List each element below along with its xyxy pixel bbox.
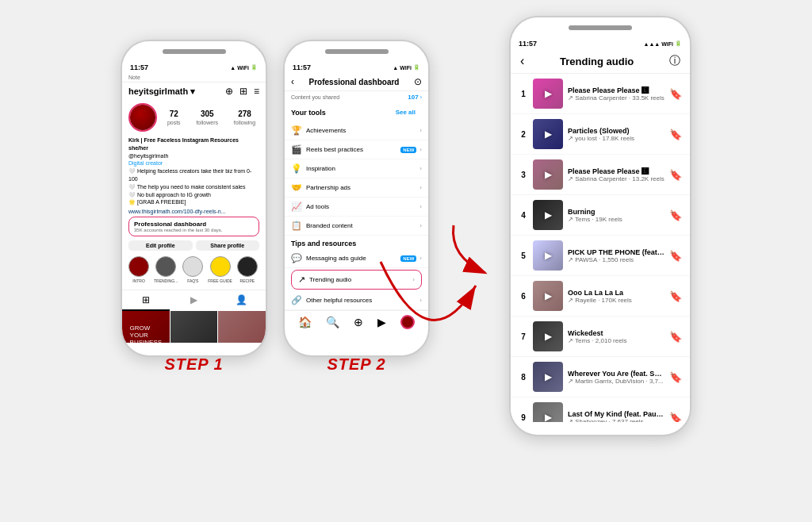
reels-nav-icon[interactable]: ▶ — [377, 316, 386, 328]
chevron-icon: › — [419, 184, 422, 191]
highlight-guide[interactable]: FREE GUIDE — [208, 256, 232, 283]
ig-website[interactable]: www.thisgirlmath.com/100-dfy-reels-n... — [122, 208, 266, 215]
tips-title: Tips and resources — [285, 236, 428, 249]
step1-label: STEP 1 — [164, 355, 223, 374]
trending-audio-item[interactable]: ↗ Trending audio › — [291, 270, 422, 290]
info-icon[interactable]: ⊙ — [414, 76, 422, 87]
bio-line4: 🌟 [GRAB A FREEBIE] — [128, 199, 186, 205]
bookmark-icon-6[interactable]: 🔖 — [669, 290, 682, 302]
reels-label: Reels best practices — [306, 146, 363, 153]
bookmark-icon-7[interactable]: 🔖 — [669, 331, 682, 343]
track-item-8[interactable]: 8 ▶ Wherever You Are (feat. Shaun... ↗ M… — [511, 357, 690, 397]
partnership-item[interactable]: 🤝 Partnership ads › — [285, 178, 428, 198]
ad-tools-icon: 📈 — [291, 202, 302, 212]
bookmark-icon-9[interactable]: 🔖 — [669, 412, 682, 423]
new-badge: NEW — [400, 147, 416, 153]
followers-stat: 305 followers — [196, 109, 218, 126]
track-item-9[interactable]: 9 ▶ Last Of My Kind (feat. Paul.... ↗ Sh… — [511, 397, 690, 422]
your-tools-label: Your tools — [291, 109, 326, 117]
grid-cell-1: GROWYOURBUSINESS — [122, 311, 170, 343]
inspiration-item[interactable]: 💡 Inspiration › — [285, 159, 428, 178]
see-all-btn[interactable]: See all — [389, 106, 422, 118]
bookmark-icon-8[interactable]: 🔖 — [669, 371, 682, 383]
arrow-container — [446, 217, 493, 281]
artist-4: ↗ Tems · 19K reels — [568, 216, 665, 223]
create-icon[interactable]: ⊕ — [354, 316, 363, 328]
grid-icon[interactable]: ⊞ — [122, 290, 170, 311]
track-item-6[interactable]: 6 ▶ Ooo La La La La ↗ Rayelle · 170K ree… — [511, 276, 690, 317]
bookmark-icon-5[interactable]: 🔖 — [669, 250, 682, 262]
messaging-left: 💬 Messaging ads guide — [291, 253, 366, 263]
phone3-time: 11:57 — [519, 40, 537, 48]
trending-label: Trending audio — [309, 276, 351, 283]
highlight-recipe[interactable]: RECIPE — [237, 256, 258, 283]
content-shared-row[interactable]: Content you shared 107 › — [285, 91, 428, 103]
song-2: Particles (Slowed) — [568, 127, 665, 135]
highlight-faqs[interactable]: FAQ'S — [182, 256, 203, 283]
ta-title: Trending audio — [524, 56, 669, 67]
track-item-4[interactable]: 4 ▶ Burning ↗ Tems · 19K reels 🔖 — [511, 195, 690, 236]
track-item-1[interactable]: 1 ▶ Please Please Please 🅴 ↗ Sabrina Car… — [511, 74, 690, 114]
phone1-screen: 11:57 ▲ WiFi 🔋 Note heyitsgirlmath ▾ — [122, 62, 266, 343]
posts-label: posts — [167, 120, 181, 125]
rank-4: 4 — [519, 211, 528, 220]
reels-icon[interactable]: ▶ — [170, 290, 217, 311]
content-shared-label: Content you shared — [291, 94, 339, 100]
bookmark-icon-1[interactable]: 🔖 — [669, 88, 682, 100]
edit-profile-btn[interactable]: Edit profile — [128, 240, 193, 251]
track-item-3[interactable]: 3 ▶ Please Please Please 🅴 ↗ Sabrina Car… — [511, 155, 690, 195]
chevron-icon: › — [412, 276, 415, 283]
add-post-icon[interactable]: ⊞ — [239, 86, 247, 97]
professional-dashboard-screen: ‹ Professional dashboard ⊙ Content you s… — [285, 73, 428, 310]
search-icon[interactable]: 🔍 — [326, 316, 339, 328]
track-item-2[interactable]: 2 ▶ Particles (Slowed) ↗ you lost · 17.8… — [511, 114, 690, 155]
rank-8: 8 — [519, 373, 528, 382]
highlight-trending[interactable]: TRENDING... — [154, 256, 178, 283]
achievements-label: Achievements — [306, 127, 346, 134]
home-icon[interactable]: 🏠 — [298, 316, 312, 328]
ad-tools-label: Ad tools — [306, 203, 329, 210]
track-item-7[interactable]: 7 ▶ Wickedest ↗ Tems · 2,010 reels 🔖 — [511, 317, 690, 357]
messaging-item[interactable]: 💬 Messaging ads guide NEW › — [285, 249, 428, 268]
track-info-4: Burning ↗ Tems · 19K reels — [568, 208, 665, 223]
signal-icon: ▲ — [230, 65, 236, 71]
menu-icon[interactable]: ≡ — [254, 86, 259, 97]
partnership-icon: 🤝 — [291, 182, 302, 193]
dashboard-box[interactable]: Professional dashboard 35K accounts reac… — [128, 217, 259, 236]
ad-tools-item[interactable]: 📈 Ad tools › — [285, 198, 428, 217]
bookmark-icon-2[interactable]: 🔖 — [669, 129, 682, 140]
threads-icon[interactable]: ⊕ — [225, 86, 233, 97]
chevron-icon: › — [419, 255, 422, 262]
share-profile-btn[interactable]: Share profile — [196, 240, 260, 251]
achievements-item[interactable]: 🏆 Achievements › — [285, 121, 428, 140]
highlight-intro[interactable]: INTRO — [128, 256, 149, 283]
note-label: Note — [128, 75, 140, 80]
avatar-inner — [130, 105, 155, 130]
info-icon[interactable]: ⓘ — [669, 54, 680, 68]
bookmark-icon-3[interactable]: 🔖 — [669, 169, 682, 181]
pd-title: Professional dashboard — [294, 78, 414, 86]
ig-username[interactable]: heyitsgirlmath ▾ — [128, 86, 195, 97]
song-9: Last Of My Kind (feat. Paul.... — [568, 410, 665, 418]
battery-icon: 🔋 — [413, 64, 420, 71]
bookmark-icon-4[interactable]: 🔖 — [669, 209, 682, 221]
wifi-icon: WiFi — [661, 41, 673, 47]
song-7: Wickedest — [568, 329, 665, 337]
play-icon: ▶ — [545, 129, 552, 140]
artist-9: ↗ Shaboozey · 7,637 reels — [568, 418, 665, 423]
track-item-5[interactable]: 5 ▶ PICK UP THE PHONE (feat.... ↗ PAWSA … — [511, 236, 690, 276]
branded-item[interactable]: 📋 Branded content › — [285, 217, 428, 236]
tagged-icon[interactable]: 👤 — [218, 290, 266, 311]
rank-2: 2 — [519, 130, 528, 139]
profile-nav-icon[interactable] — [400, 315, 415, 329]
reels-practices-item[interactable]: 🎬 Reels best practices NEW › — [285, 140, 428, 159]
wifi-icon: WiFi — [237, 65, 249, 71]
highlight-circle-trending — [155, 256, 176, 277]
phone2-time: 11:57 — [293, 63, 311, 71]
phone2-wrapper: 11:57 ▲ WiFi 🔋 ‹ Professional dashboard … — [283, 40, 430, 382]
track-info-1: Please Please Please 🅴 ↗ Sabrina Carpent… — [568, 86, 665, 102]
track-info-8: Wherever You Are (feat. Shaun... ↗ Marti… — [568, 370, 665, 385]
ta-header: ‹ Trending audio ⓘ — [511, 49, 690, 74]
messaging-label: Messaging ads guide — [306, 255, 366, 262]
other-resources-item[interactable]: 🔗 Other helpful resources › — [285, 291, 428, 310]
